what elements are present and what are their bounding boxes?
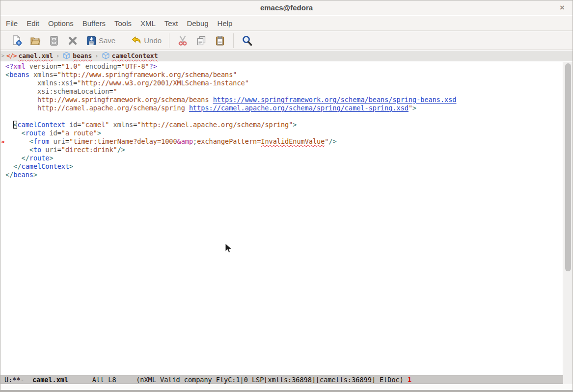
undo-button[interactable]: Undo <box>131 35 162 47</box>
breadcrumb-item-beans[interactable]: beans <box>62 52 92 60</box>
menu-options[interactable]: Options <box>44 16 78 31</box>
code-token <box>109 121 113 129</box>
code-token: "UTF-8" <box>121 62 149 70</box>
close-icon[interactable]: × <box>557 2 568 13</box>
breadcrumb-separator: › <box>92 52 101 59</box>
undo-button-label: Undo <box>144 36 162 45</box>
magnifier-icon <box>241 35 253 47</box>
menu-xml[interactable]: XML <box>136 16 160 31</box>
code-token: = <box>54 71 57 78</box>
menu-edit[interactable]: Edit <box>22 16 44 31</box>
code-token <box>26 62 29 70</box>
code-token <box>81 62 85 70</box>
code-token: /> <box>117 146 125 154</box>
save-button-label: Save <box>99 36 115 45</box>
modeline-buffer-name[interactable]: camel.xml <box>32 376 68 384</box>
code-token: = <box>77 121 81 129</box>
code-token: < <box>29 146 33 154</box>
code-token: xmlns <box>33 71 54 78</box>
code-token <box>5 146 29 154</box>
search-button[interactable] <box>241 35 253 47</box>
code-token <box>5 96 37 104</box>
code-token: </ <box>22 154 29 162</box>
toolbar-separator <box>123 33 123 48</box>
paste-button[interactable] <box>214 35 226 47</box>
vertical-scrollbar[interactable] <box>563 62 573 384</box>
code-token <box>29 71 33 78</box>
code-line[interactable]: </route> <box>0 154 563 162</box>
code-token: https://www.springframework.org/schema/b… <box>213 96 457 104</box>
code-token: xmlns <box>113 121 134 129</box>
code-token <box>5 154 22 162</box>
code-token: "http://www.springframework.org/schema/b… <box>57 71 237 78</box>
breadcrumb-camelcontext-label[interactable]: camelContext <box>112 52 158 59</box>
code-line[interactable]: <beans xmlns="http://www.springframework… <box>0 71 563 79</box>
code-line[interactable]: </camelContext> <box>0 162 563 171</box>
code-line[interactable]: <?xml version="1.0" encoding="UTF-8"?> <box>0 62 563 71</box>
menu-help[interactable]: Help <box>213 16 237 31</box>
cut-button[interactable] <box>177 35 189 47</box>
scissors-icon <box>177 35 189 47</box>
code-line[interactable]: </beans> <box>0 171 563 179</box>
dired-button[interactable] <box>48 35 60 47</box>
code-token: http://camel.apache.org/schema/spring <box>37 104 189 112</box>
menu-debug[interactable]: Debug <box>182 16 213 31</box>
code-token: " <box>113 87 117 95</box>
code-token: < <box>22 129 26 137</box>
code-line[interactable]: <camelContext id="camel" xmlns="http://c… <box>0 121 563 129</box>
undo-arrow-icon <box>131 35 142 47</box>
code-token: < <box>29 137 33 145</box>
open-file-button[interactable] <box>29 35 41 47</box>
close-buffer-button[interactable] <box>67 35 79 47</box>
code-line[interactable]: http://camel.apache.org/schema/spring ht… <box>0 104 563 112</box>
breadcrumb-item-camelcontext[interactable]: camelContext <box>102 52 158 60</box>
scrollbar-thumb[interactable] <box>565 63 571 271</box>
menu-tools[interactable]: Tools <box>110 16 136 31</box>
code-token <box>49 137 53 145</box>
code-line[interactable]: <to uri="direct:drink"/> <box>0 146 563 154</box>
breadcrumb-beans-label[interactable]: beans <box>73 52 92 59</box>
cube-icon <box>62 52 71 60</box>
menu-buffers[interactable]: Buffers <box>78 16 110 31</box>
new-file-button[interactable] <box>11 35 23 47</box>
code-token: > <box>97 129 101 137</box>
toolbar: Save Undo <box>0 31 573 50</box>
new-file-icon <box>11 35 23 47</box>
code-token <box>5 121 13 129</box>
code-token: http://www.springframework.org/schema/be… <box>37 96 213 104</box>
code-token: = <box>57 129 61 137</box>
code-token: > <box>412 104 416 112</box>
code-area[interactable]: <?xml version="1.0" encoding="UTF-8"?><b… <box>0 62 563 375</box>
error-fringe-icon: » <box>1 137 5 146</box>
code-token: xml <box>13 62 25 70</box>
code-line[interactable]: <route id="a route"> <box>0 129 563 137</box>
code-token: /> <box>328 137 336 145</box>
code-token <box>5 104 37 112</box>
code-line[interactable]: http://www.springframework.org/schema/be… <box>0 96 563 104</box>
menu-text[interactable]: Text <box>160 16 183 31</box>
copy-button[interactable] <box>195 35 207 47</box>
titlebar[interactable]: emacs@fedora × <box>0 0 573 15</box>
code-token: camelContext <box>22 162 70 170</box>
breadcrumb-file-label[interactable]: camel.xml <box>19 52 53 59</box>
code-tag-icon: </> <box>6 52 16 59</box>
code-token: from <box>33 137 50 145</box>
code-line[interactable]: » <from uri="timer:timerName?delay=1000&… <box>0 137 563 146</box>
code-token: version <box>29 62 57 70</box>
code-line[interactable]: xmlns:xsi="http://www.w3.org/2001/XMLSch… <box>0 79 563 87</box>
code-token: route <box>26 129 46 137</box>
code-token: </ <box>5 171 13 179</box>
code-token: id <box>69 121 77 129</box>
menu-bar: FileEditOptionsBuffersToolsXMLTextDebugH… <box>0 16 573 31</box>
save-button[interactable]: Save <box>85 35 115 47</box>
mode-line[interactable]: U:**- camel.xml All L8 (nXML Valid compa… <box>0 375 563 384</box>
code-line[interactable] <box>0 112 563 121</box>
code-token: <? <box>5 62 13 70</box>
close-x-icon <box>67 35 79 47</box>
code-token: = <box>65 137 69 145</box>
breadcrumb-item-file[interactable]: </> camel.xml <box>6 52 53 59</box>
code-token: uri <box>45 146 57 154</box>
code-line[interactable]: xsi:schemaLocation=" <box>0 87 563 96</box>
menu-file[interactable]: File <box>1 16 22 31</box>
code-token: InvalidEnumValue <box>261 137 325 145</box>
